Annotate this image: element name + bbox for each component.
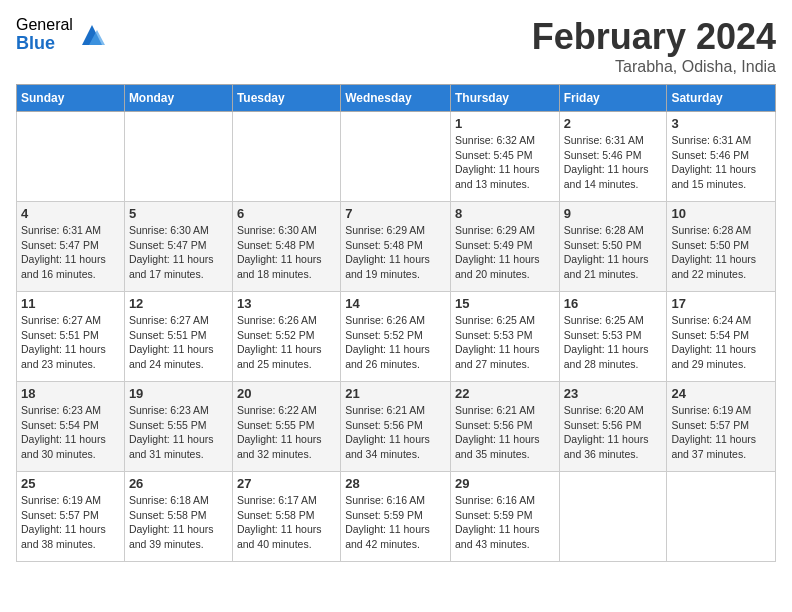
calendar-cell: 13Sunrise: 6:26 AMSunset: 5:52 PMDayligh… (232, 292, 340, 382)
calendar-cell: 5Sunrise: 6:30 AMSunset: 5:47 PMDaylight… (124, 202, 232, 292)
day-info: Sunrise: 6:25 AMSunset: 5:53 PMDaylight:… (455, 313, 555, 372)
day-number: 28 (345, 476, 446, 491)
day-info: Sunrise: 6:23 AMSunset: 5:54 PMDaylight:… (21, 403, 120, 462)
day-number: 13 (237, 296, 336, 311)
calendar-cell: 26Sunrise: 6:18 AMSunset: 5:58 PMDayligh… (124, 472, 232, 562)
calendar-week-row: 4Sunrise: 6:31 AMSunset: 5:47 PMDaylight… (17, 202, 776, 292)
calendar-cell: 16Sunrise: 6:25 AMSunset: 5:53 PMDayligh… (559, 292, 667, 382)
day-info: Sunrise: 6:30 AMSunset: 5:47 PMDaylight:… (129, 223, 228, 282)
calendar-cell: 8Sunrise: 6:29 AMSunset: 5:49 PMDaylight… (450, 202, 559, 292)
calendar-week-row: 1Sunrise: 6:32 AMSunset: 5:45 PMDaylight… (17, 112, 776, 202)
day-number: 7 (345, 206, 446, 221)
calendar-cell: 7Sunrise: 6:29 AMSunset: 5:48 PMDaylight… (341, 202, 451, 292)
calendar-cell: 6Sunrise: 6:30 AMSunset: 5:48 PMDaylight… (232, 202, 340, 292)
day-number: 9 (564, 206, 663, 221)
day-header-sunday: Sunday (17, 85, 125, 112)
calendar-cell: 24Sunrise: 6:19 AMSunset: 5:57 PMDayligh… (667, 382, 776, 472)
day-info: Sunrise: 6:30 AMSunset: 5:48 PMDaylight:… (237, 223, 336, 282)
day-info: Sunrise: 6:24 AMSunset: 5:54 PMDaylight:… (671, 313, 771, 372)
day-number: 26 (129, 476, 228, 491)
day-info: Sunrise: 6:28 AMSunset: 5:50 PMDaylight:… (671, 223, 771, 282)
calendar-cell: 4Sunrise: 6:31 AMSunset: 5:47 PMDaylight… (17, 202, 125, 292)
day-info: Sunrise: 6:20 AMSunset: 5:56 PMDaylight:… (564, 403, 663, 462)
day-number: 15 (455, 296, 555, 311)
calendar-cell (667, 472, 776, 562)
day-number: 21 (345, 386, 446, 401)
logo-blue: Blue (16, 34, 73, 54)
logo-icon (77, 20, 107, 50)
calendar-cell: 3Sunrise: 6:31 AMSunset: 5:46 PMDaylight… (667, 112, 776, 202)
calendar-week-row: 18Sunrise: 6:23 AMSunset: 5:54 PMDayligh… (17, 382, 776, 472)
calendar-cell (232, 112, 340, 202)
day-info: Sunrise: 6:27 AMSunset: 5:51 PMDaylight:… (129, 313, 228, 372)
day-info: Sunrise: 6:26 AMSunset: 5:52 PMDaylight:… (237, 313, 336, 372)
day-header-tuesday: Tuesday (232, 85, 340, 112)
day-header-saturday: Saturday (667, 85, 776, 112)
calendar-cell (341, 112, 451, 202)
day-number: 23 (564, 386, 663, 401)
logo-general: General (16, 16, 73, 34)
day-number: 6 (237, 206, 336, 221)
day-number: 11 (21, 296, 120, 311)
day-header-monday: Monday (124, 85, 232, 112)
day-info: Sunrise: 6:18 AMSunset: 5:58 PMDaylight:… (129, 493, 228, 552)
calendar-table: SundayMondayTuesdayWednesdayThursdayFrid… (16, 84, 776, 562)
calendar-cell: 2Sunrise: 6:31 AMSunset: 5:46 PMDaylight… (559, 112, 667, 202)
calendar-cell: 28Sunrise: 6:16 AMSunset: 5:59 PMDayligh… (341, 472, 451, 562)
calendar-week-row: 25Sunrise: 6:19 AMSunset: 5:57 PMDayligh… (17, 472, 776, 562)
header: General Blue February 2024 Tarabha, Odis… (16, 16, 776, 76)
day-number: 2 (564, 116, 663, 131)
calendar-cell: 21Sunrise: 6:21 AMSunset: 5:56 PMDayligh… (341, 382, 451, 472)
day-info: Sunrise: 6:29 AMSunset: 5:49 PMDaylight:… (455, 223, 555, 282)
day-number: 17 (671, 296, 771, 311)
calendar-cell: 11Sunrise: 6:27 AMSunset: 5:51 PMDayligh… (17, 292, 125, 382)
calendar-cell: 20Sunrise: 6:22 AMSunset: 5:55 PMDayligh… (232, 382, 340, 472)
day-header-wednesday: Wednesday (341, 85, 451, 112)
day-info: Sunrise: 6:21 AMSunset: 5:56 PMDaylight:… (345, 403, 446, 462)
calendar-cell: 12Sunrise: 6:27 AMSunset: 5:51 PMDayligh… (124, 292, 232, 382)
logo-text: General Blue (16, 16, 73, 53)
logo: General Blue (16, 16, 107, 53)
day-info: Sunrise: 6:29 AMSunset: 5:48 PMDaylight:… (345, 223, 446, 282)
day-info: Sunrise: 6:31 AMSunset: 5:47 PMDaylight:… (21, 223, 120, 282)
calendar-cell: 19Sunrise: 6:23 AMSunset: 5:55 PMDayligh… (124, 382, 232, 472)
day-info: Sunrise: 6:31 AMSunset: 5:46 PMDaylight:… (671, 133, 771, 192)
calendar-week-row: 11Sunrise: 6:27 AMSunset: 5:51 PMDayligh… (17, 292, 776, 382)
day-number: 27 (237, 476, 336, 491)
calendar-cell: 22Sunrise: 6:21 AMSunset: 5:56 PMDayligh… (450, 382, 559, 472)
calendar-cell: 18Sunrise: 6:23 AMSunset: 5:54 PMDayligh… (17, 382, 125, 472)
calendar-cell: 10Sunrise: 6:28 AMSunset: 5:50 PMDayligh… (667, 202, 776, 292)
calendar-cell: 14Sunrise: 6:26 AMSunset: 5:52 PMDayligh… (341, 292, 451, 382)
day-number: 24 (671, 386, 771, 401)
day-number: 22 (455, 386, 555, 401)
day-info: Sunrise: 6:16 AMSunset: 5:59 PMDaylight:… (345, 493, 446, 552)
calendar-cell: 25Sunrise: 6:19 AMSunset: 5:57 PMDayligh… (17, 472, 125, 562)
day-info: Sunrise: 6:17 AMSunset: 5:58 PMDaylight:… (237, 493, 336, 552)
day-number: 18 (21, 386, 120, 401)
day-info: Sunrise: 6:19 AMSunset: 5:57 PMDaylight:… (671, 403, 771, 462)
day-info: Sunrise: 6:22 AMSunset: 5:55 PMDaylight:… (237, 403, 336, 462)
calendar-cell: 29Sunrise: 6:16 AMSunset: 5:59 PMDayligh… (450, 472, 559, 562)
day-number: 3 (671, 116, 771, 131)
calendar-cell (124, 112, 232, 202)
day-info: Sunrise: 6:28 AMSunset: 5:50 PMDaylight:… (564, 223, 663, 282)
calendar-subtitle: Tarabha, Odisha, India (532, 58, 776, 76)
title-section: February 2024 Tarabha, Odisha, India (532, 16, 776, 76)
day-info: Sunrise: 6:31 AMSunset: 5:46 PMDaylight:… (564, 133, 663, 192)
calendar-cell (17, 112, 125, 202)
day-info: Sunrise: 6:27 AMSunset: 5:51 PMDaylight:… (21, 313, 120, 372)
day-number: 14 (345, 296, 446, 311)
day-number: 1 (455, 116, 555, 131)
day-info: Sunrise: 6:21 AMSunset: 5:56 PMDaylight:… (455, 403, 555, 462)
day-header-friday: Friday (559, 85, 667, 112)
day-header-thursday: Thursday (450, 85, 559, 112)
day-number: 4 (21, 206, 120, 221)
calendar-cell: 23Sunrise: 6:20 AMSunset: 5:56 PMDayligh… (559, 382, 667, 472)
day-number: 5 (129, 206, 228, 221)
day-info: Sunrise: 6:25 AMSunset: 5:53 PMDaylight:… (564, 313, 663, 372)
day-number: 19 (129, 386, 228, 401)
day-info: Sunrise: 6:16 AMSunset: 5:59 PMDaylight:… (455, 493, 555, 552)
day-info: Sunrise: 6:32 AMSunset: 5:45 PMDaylight:… (455, 133, 555, 192)
calendar-cell: 27Sunrise: 6:17 AMSunset: 5:58 PMDayligh… (232, 472, 340, 562)
day-number: 16 (564, 296, 663, 311)
